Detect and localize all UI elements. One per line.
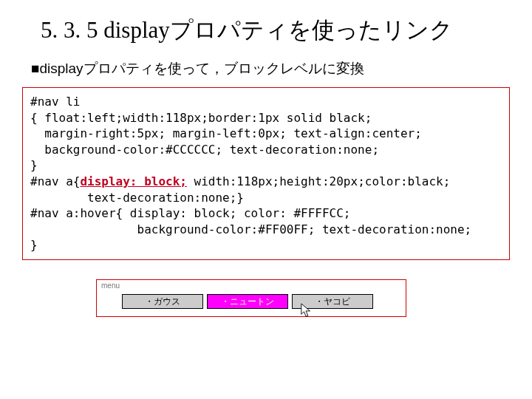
code-line: #nav a:hover{ display: block; color: #FF… bbox=[30, 206, 350, 220]
code-line: #nav a{ bbox=[30, 174, 80, 188]
code-line: background-color:#CCCCCC; text-decoratio… bbox=[30, 143, 379, 157]
code-line: #nav li bbox=[30, 95, 80, 109]
nav-item-jacobi[interactable]: ・ヤコビ bbox=[292, 294, 373, 309]
nav-item-newton[interactable]: ・ニュートン bbox=[207, 294, 288, 309]
code-line: background-color:#FF00FF; text-decoratio… bbox=[30, 222, 471, 236]
nav-list: ・ガウス ・ニュートン ・ヤコビ bbox=[122, 294, 404, 309]
code-line: } bbox=[30, 238, 38, 252]
code-line: } bbox=[30, 158, 38, 172]
code-line: text-decoration:none;} bbox=[30, 191, 244, 205]
slide-title: 5. 3. 5 displayプロパティを使ったリンク bbox=[41, 15, 502, 46]
code-line: width:118px;height:20px;color:black; bbox=[187, 174, 450, 188]
code-line: margin-right:5px; margin-left:0px; text-… bbox=[30, 126, 422, 140]
css-code-block: #nav li { float:left;width:118px;border:… bbox=[22, 87, 510, 260]
nav-demo: menu ・ガウス ・ニュートン ・ヤコビ bbox=[96, 279, 406, 317]
demo-label: menu bbox=[101, 282, 404, 290]
code-line: { float:left;width:118px;border:1px soli… bbox=[30, 111, 372, 125]
code-highlight: display: block; bbox=[80, 174, 187, 188]
nav-item-gauss[interactable]: ・ガウス bbox=[122, 294, 203, 309]
slide-subtitle: ■displayプロパティを使って，ブロックレベルに変換 bbox=[31, 59, 510, 78]
